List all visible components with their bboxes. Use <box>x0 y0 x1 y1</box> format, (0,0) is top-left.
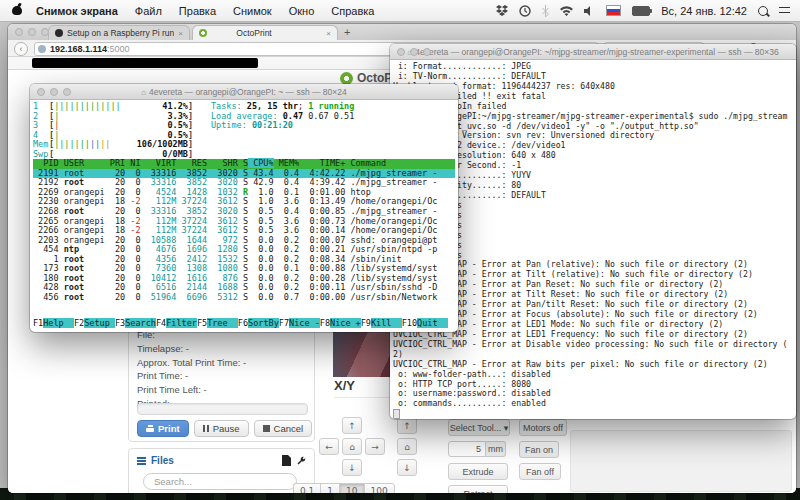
step-buttons: 0.1110100 <box>293 483 395 493</box>
wrench-icon[interactable] <box>296 456 306 466</box>
fan-on-button[interactable]: Fan on <box>519 441 559 458</box>
tab-close-icon[interactable]: × <box>326 29 331 38</box>
spotlight-icon[interactable] <box>758 6 768 16</box>
htop-terminal-window: ⌂4evereta — orangepi@OrangePI: ~ — ssh —… <box>30 84 458 332</box>
dropbox-icon[interactable] <box>496 4 508 18</box>
bluetooth-icon[interactable] <box>542 4 549 18</box>
chevron-down-icon: ▾ <box>504 423 509 433</box>
files-title[interactable]: Files <box>151 455 174 466</box>
amount-input[interactable]: 5 <box>448 441 486 457</box>
menu-bar: Снимок экрана ФайлПравкаСнимокОкноСправк… <box>0 0 800 22</box>
close-window-button[interactable] <box>37 88 45 96</box>
jog-z-minus-button[interactable]: ↓ <box>397 459 417 476</box>
zoom-window-button[interactable] <box>63 88 71 96</box>
xy-heading: X/Y <box>334 378 355 393</box>
retract-button[interactable]: Retract <box>448 485 508 493</box>
amount-unit: mm <box>486 441 506 457</box>
terminal-line: i: TV-Norm...........: DEFAULT <box>393 72 796 82</box>
input-language-flag[interactable] <box>606 5 621 16</box>
pause-button[interactable]: Pause <box>194 420 249 437</box>
fan-off-button[interactable]: Fan off <box>519 463 561 480</box>
menu-item[interactable]: Правка <box>179 5 216 17</box>
battery-icon[interactable] <box>632 6 650 16</box>
site-identity-icon <box>38 45 46 53</box>
tab-label: Setup on a Raspberry Pi running Ra... <box>67 28 174 38</box>
jog-y-plus-button[interactable]: ↑ <box>342 417 362 434</box>
minimize-window-button[interactable] <box>28 28 36 36</box>
printer-icon <box>146 425 154 432</box>
print-button[interactable]: Print <box>137 420 189 437</box>
terminal-cursor <box>393 409 400 419</box>
step-button-10[interactable]: 10 <box>339 483 363 493</box>
htop-summary: Tasks: 25, 15 thr; 1 runningLoad average… <box>211 102 354 131</box>
menu-item[interactable]: Снимок <box>233 5 272 17</box>
files-panel: Files Search... <box>128 448 315 493</box>
stop-icon <box>263 425 270 432</box>
step-button-100[interactable]: 100 <box>364 483 395 493</box>
minimize-window-button[interactable] <box>410 48 418 56</box>
cancel-button[interactable]: Cancel <box>254 420 313 437</box>
extrude-button[interactable]: Extrude <box>448 463 508 480</box>
new-tab-button[interactable]: + <box>344 26 350 38</box>
close-window-button[interactable] <box>397 48 405 56</box>
terminal-line: o: HTTP TCP port.....: 8080 <box>393 380 796 390</box>
terminal-line: UVCIOC_CTRL_MAP - Error at Raw bits per … <box>393 360 796 370</box>
state-line: Print Time: - <box>137 369 314 383</box>
home-xy-button[interactable]: ⌂ <box>342 438 362 455</box>
motors-off-button[interactable]: Motors off <box>519 419 567 436</box>
time-machine-icon[interactable] <box>519 4 531 18</box>
menu-item[interactable]: Файл <box>135 5 162 17</box>
step-button-0.1[interactable]: 0.1 <box>293 483 320 493</box>
menu-app-name[interactable]: Снимок экрана <box>36 5 118 17</box>
select-tool-dropdown[interactable]: Select Tool... ▾ <box>448 419 510 436</box>
redacted-bookmarks <box>32 58 258 68</box>
process-row[interactable]: 456 root 20 0 51964 6696 5312 S 0.0 0.7 … <box>33 293 455 303</box>
home-icon: ⌂ <box>141 88 146 97</box>
zoom-window-button[interactable] <box>423 48 431 56</box>
apple-menu[interactable] <box>12 4 22 17</box>
menu-bar-status: Вс, 24 янв. 12:42 <box>496 4 800 18</box>
tab-octoprint[interactable]: OctoPrint × <box>192 25 338 40</box>
minimize-window-button[interactable] <box>50 88 58 96</box>
browser-tab-strip: Setup on a Raspberry Pi running Ra... × … <box>8 24 796 40</box>
volume-icon[interactable] <box>584 4 595 18</box>
tab-label: OctoPrint <box>236 28 271 38</box>
window-title: 4evereta — orangepi@OrangePI: ~ — ssh — … <box>149 87 347 97</box>
wifi-icon[interactable] <box>560 4 573 18</box>
close-window-button[interactable] <box>15 28 23 36</box>
list-icon <box>137 457 146 465</box>
state-line: Print Time Left: - <box>137 383 314 397</box>
tab-raspberry-setup[interactable]: Setup on a Raspberry Pi running Ra... × <box>48 25 190 40</box>
jog-y-minus-button[interactable]: ↓ <box>342 459 362 476</box>
url-port: :5000 <box>107 44 130 54</box>
terminal-line: i: Format............: JPEG <box>393 62 796 72</box>
home-z-button[interactable]: ⌂ <box>397 438 417 455</box>
state-line: Approx. Total Print Time: - <box>137 356 314 370</box>
window-controls[interactable] <box>15 28 49 36</box>
apple-icon <box>12 4 22 15</box>
step-button-1[interactable]: 1 <box>320 483 339 493</box>
tab-close-icon[interactable]: × <box>178 29 183 38</box>
htop-terminal-titlebar[interactable]: ⌂4evereta — orangepi@OrangePI: ~ — ssh —… <box>30 84 458 100</box>
notification-center-icon[interactable] <box>779 6 790 15</box>
mjpg-terminal-titlebar[interactable]: ⌂4evereta — orangepi@OrangePI: ~/mjpg-st… <box>390 44 796 60</box>
jog-z-plus-button[interactable]: ↑ <box>397 417 417 434</box>
htop-content[interactable]: 1[|||||||||||||41.2%]2[|3.3%]3[|0.5%]4[|… <box>30 100 458 331</box>
state-line: Timelapse: - <box>137 342 314 356</box>
octoprint-logo-icon <box>340 72 353 85</box>
right-placeholder-panel <box>570 430 792 492</box>
window-controls[interactable] <box>397 48 431 56</box>
menu-item[interactable]: Окно <box>289 5 315 17</box>
files-header: Files <box>129 449 314 466</box>
menu-item[interactable]: Справка <box>331 5 374 17</box>
file-icon[interactable] <box>282 455 291 466</box>
htop-function-keys[interactable]: F1Help F2Setup F3SearchF4FilterF5Tree F6… <box>33 319 448 329</box>
extrusion-amount: 5 mm <box>448 441 506 457</box>
jog-x-minus-button[interactable]: ← <box>319 438 339 455</box>
jog-x-plus-button[interactable]: → <box>365 438 385 455</box>
menubar-clock[interactable]: Вс, 24 янв. 12:42 <box>661 5 747 17</box>
back-button[interactable]: ‹ <box>14 42 28 56</box>
files-search-input[interactable]: Search... <box>143 473 297 490</box>
window-controls[interactable] <box>37 88 71 96</box>
terminal-line: UVCIOC_CTRL_MAP - Error at Disable video… <box>393 340 796 350</box>
